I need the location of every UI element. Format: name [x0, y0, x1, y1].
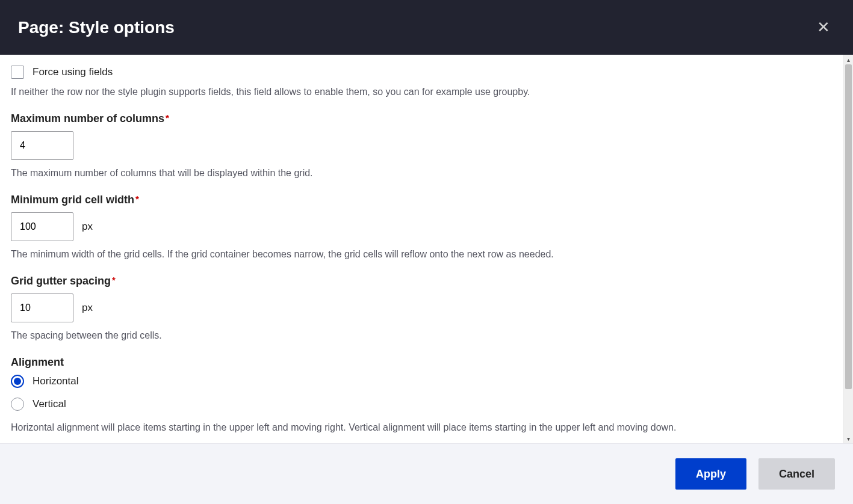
- force-fields-checkbox[interactable]: [11, 66, 24, 79]
- alignment-vertical-label: Vertical: [33, 398, 66, 410]
- min-width-description: The minimum width of the grid cells. If …: [11, 247, 833, 262]
- apply-button[interactable]: Apply: [675, 458, 746, 490]
- alignment-item: Alignment Horizontal Vertical Horizontal…: [11, 356, 833, 435]
- required-indicator: *: [135, 194, 139, 204]
- scroll-up-arrow-icon[interactable]: ▴: [844, 55, 853, 64]
- modal-title: Page: Style options: [18, 18, 175, 37]
- min-width-item: Minimum grid cell width* px The minimum …: [11, 194, 833, 262]
- modal-body-wrapper: Force using fields If neither the row no…: [0, 55, 853, 443]
- gutter-unit: px: [82, 302, 93, 314]
- max-columns-description: The maximum number of columns that will …: [11, 166, 833, 180]
- force-fields-checkbox-row[interactable]: Force using fields: [11, 66, 833, 79]
- max-columns-input[interactable]: [11, 131, 73, 160]
- alignment-label: Alignment: [11, 356, 833, 369]
- modal-footer: Apply Cancel: [0, 443, 853, 504]
- gutter-description: The spacing between the grid cells.: [11, 328, 833, 343]
- min-width-label-text: Minimum grid cell width: [11, 194, 134, 206]
- modal-body: Force using fields If neither the row no…: [0, 55, 843, 443]
- alignment-horizontal-radio[interactable]: [11, 375, 24, 388]
- required-indicator: *: [112, 275, 116, 285]
- force-fields-item: Force using fields If neither the row no…: [11, 66, 833, 99]
- max-columns-label-text: Maximum number of columns: [11, 112, 164, 124]
- alignment-vertical-radio[interactable]: [11, 398, 24, 411]
- min-width-unit: px: [82, 221, 93, 233]
- required-indicator: *: [166, 112, 169, 123]
- cancel-button[interactable]: Cancel: [758, 458, 835, 490]
- close-button[interactable]: ✕: [812, 16, 835, 39]
- alignment-vertical-row[interactable]: Vertical: [11, 398, 833, 411]
- close-icon: ✕: [817, 18, 830, 36]
- force-fields-label: Force using fields: [33, 66, 113, 78]
- max-columns-item: Maximum number of columns* The maximum n…: [11, 112, 833, 180]
- scrollbar[interactable]: ▴ ▾: [843, 55, 853, 443]
- gutter-item: Grid gutter spacing* px The spacing betw…: [11, 275, 833, 343]
- gutter-input[interactable]: [11, 293, 73, 322]
- gutter-label: Grid gutter spacing*: [11, 275, 833, 287]
- min-width-label: Minimum grid cell width*: [11, 194, 833, 206]
- gutter-label-text: Grid gutter spacing: [11, 275, 111, 287]
- min-width-input[interactable]: [11, 212, 73, 241]
- alignment-horizontal-row[interactable]: Horizontal: [11, 375, 833, 388]
- force-fields-description: If neither the row nor the style plugin …: [11, 85, 833, 99]
- scroll-thumb[interactable]: [845, 64, 852, 389]
- scroll-down-arrow-icon[interactable]: ▾: [844, 434, 853, 443]
- max-columns-label: Maximum number of columns*: [11, 112, 833, 125]
- radio-selected-icon: [14, 378, 21, 385]
- alignment-description: Horizontal alignment will place items st…: [11, 420, 833, 435]
- modal-header: Page: Style options ✕: [0, 0, 853, 55]
- scroll-thumb-area[interactable]: [844, 64, 853, 434]
- alignment-horizontal-label: Horizontal: [33, 375, 79, 387]
